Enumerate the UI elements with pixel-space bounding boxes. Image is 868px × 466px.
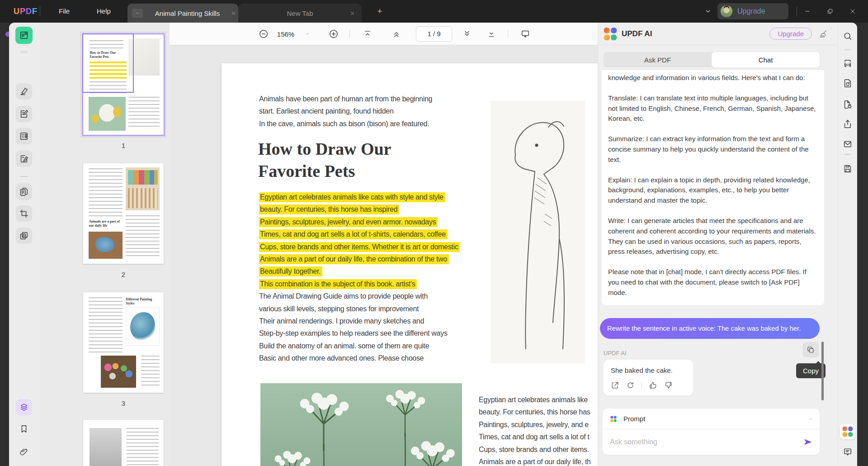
pdf-line: Times, cat and dog art sells a lot of t — [479, 431, 591, 443]
highlight-annotation[interactable]: Paintings, sculptures, jewelry, and even… — [259, 217, 438, 227]
menu-help[interactable]: Help — [90, 0, 117, 23]
fill-sign-button[interactable] — [16, 151, 32, 167]
share-icon — [843, 119, 853, 129]
organize-pages-button[interactable] — [16, 184, 32, 200]
logo-letter: P — [20, 7, 26, 16]
highlight-annotation[interactable]: Egyptian art celebrates animals like cat… — [259, 192, 445, 202]
page-number-input[interactable]: 1 / 9 — [416, 26, 452, 42]
first-page-button[interactable] — [363, 29, 372, 39]
account-area[interactable]: Upgrade — [717, 3, 788, 19]
tab-close-icon[interactable] — [347, 8, 357, 18]
thumb-heading: Different Painting Styles — [126, 297, 156, 305]
thumb-textlines — [89, 297, 123, 352]
last-page-button[interactable] — [487, 29, 496, 39]
reader-mode-button[interactable] — [15, 27, 33, 44]
chevron-down-icon — [808, 416, 813, 422]
dog-sketch-image — [491, 101, 585, 363]
ai-mode-tabs: Ask PDF Chat — [604, 52, 820, 67]
page-thumbnail-1[interactable]: How to Draw Our Favorite Pets — [83, 34, 164, 135]
divider — [349, 30, 350, 38]
ai-panel-title: UPDF AI — [622, 29, 652, 38]
divider — [508, 30, 508, 38]
thumb-watercolor-image — [126, 307, 160, 345]
highlight-annotation[interactable]: Beautifully together. — [259, 266, 322, 276]
zoom-level[interactable]: 156% — [276, 29, 296, 39]
prompt-selector[interactable]: Prompt — [603, 409, 820, 429]
thumbs-down-icon[interactable] — [664, 381, 673, 390]
feedback-icon — [843, 447, 853, 457]
ask-input[interactable] — [610, 438, 802, 446]
convert-icon — [843, 78, 853, 88]
watermark-button[interactable] — [16, 228, 32, 244]
page-thumbnail-2[interactable]: Animals are a part of our daily life — [83, 163, 164, 264]
bookmark-icon — [19, 424, 29, 434]
highlight-annotation[interactable]: Times, cat and dog art sells a lot of t-… — [259, 229, 448, 239]
zoom-out-button[interactable] — [259, 29, 269, 39]
protect-button[interactable] — [840, 97, 855, 112]
layers-button[interactable] — [16, 399, 32, 415]
share-button[interactable] — [840, 116, 855, 132]
thumb-textlines — [89, 168, 123, 217]
form-button[interactable] — [16, 128, 32, 144]
save-button[interactable] — [840, 161, 855, 176]
tab-dropdown-icon[interactable] — [132, 9, 143, 18]
presentation-button[interactable] — [520, 29, 530, 39]
mail-button[interactable] — [840, 136, 855, 152]
window-restore-button[interactable] — [824, 5, 836, 17]
highlight-annotation[interactable]: Animals are a part of our daily life, th… — [259, 254, 449, 264]
pdf-line: In the cave, animals such as bison (biso… — [259, 118, 432, 130]
crop-button[interactable] — [16, 205, 32, 222]
regenerate-icon[interactable] — [626, 381, 635, 390]
viewport-indicator[interactable] — [82, 33, 134, 93]
edit-pdf-button[interactable] — [16, 106, 32, 122]
copy-button[interactable] — [802, 342, 819, 357]
tab-new-tab[interactable]: New Tab — [238, 4, 362, 23]
window-minimize-button[interactable] — [801, 5, 814, 17]
clear-chat-icon[interactable] — [818, 29, 828, 39]
feedback-button[interactable] — [840, 444, 855, 460]
tab-ask-pdf[interactable]: Ask PDF — [604, 52, 712, 67]
window-close-button[interactable] — [846, 5, 859, 17]
avatar[interactable] — [720, 5, 733, 18]
pdf-line: The Animal Drawing Guide aims to provide… — [259, 290, 460, 302]
thumbs-up-icon[interactable] — [649, 381, 657, 390]
bookmark-button[interactable] — [16, 421, 32, 437]
ocr-button[interactable]: OCR — [840, 56, 855, 71]
convert-button[interactable] — [840, 76, 855, 91]
comment-button[interactable] — [16, 83, 32, 100]
upgrade-button[interactable]: Upgrade — [769, 28, 812, 40]
chevron-down-icon[interactable] — [704, 8, 712, 15]
previous-page-button[interactable] — [392, 29, 401, 39]
page-thumbnail-4[interactable] — [83, 420, 164, 466]
updf-ai-button[interactable] — [840, 424, 855, 439]
send-icon[interactable] — [802, 437, 813, 447]
pdf-line: Their animal renderings. I provide many … — [259, 315, 460, 327]
tab-close-icon[interactable] — [228, 8, 238, 18]
page-thumbnail-3[interactable]: Different Painting Styles — [83, 292, 164, 393]
search-button[interactable] — [840, 29, 855, 44]
attachment-button[interactable] — [16, 444, 32, 460]
tab-animal-painting-skills[interactable]: Animal Painting Skills — [127, 4, 238, 23]
save-icon — [843, 164, 853, 174]
pdf-line: Basic and other more advanced ones. Plea… — [259, 352, 460, 364]
assistant-paragraph: Summarize: I can extract key information… — [608, 134, 818, 165]
upgrade-link[interactable]: Upgrade — [737, 7, 765, 15]
pdf-heading: How to Draw Our Favorite Pets — [258, 138, 391, 182]
zoom-dropdown-icon[interactable] — [305, 29, 310, 39]
scrollbar-thumb[interactable] — [821, 342, 824, 400]
assistant-paragraph: Write: I can generate articles that meet… — [608, 216, 818, 257]
chat-scroll-area[interactable]: knowledge and information in various fie… — [598, 70, 838, 400]
new-tab-button[interactable]: + — [374, 6, 385, 17]
highlight-annotation[interactable]: Cups, store brands and other items. Whet… — [259, 242, 460, 252]
highlight-annotation[interactable]: beauty. For centuries, this horse has in… — [259, 204, 399, 214]
next-page-button[interactable] — [462, 29, 472, 39]
reader-icon — [19, 30, 29, 40]
tab-chat[interactable]: Chat — [712, 52, 820, 67]
divider — [844, 154, 851, 155]
export-icon[interactable] — [611, 381, 619, 390]
menu-file[interactable]: File — [52, 0, 76, 23]
stamp-icon — [19, 231, 29, 241]
updf-ai-panel: UPDF AI Upgrade Ask PDF Chat knowledge a… — [598, 23, 837, 466]
highlight-annotation[interactable]: This combination is the subject of this … — [259, 279, 417, 289]
zoom-in-button[interactable] — [329, 29, 339, 39]
